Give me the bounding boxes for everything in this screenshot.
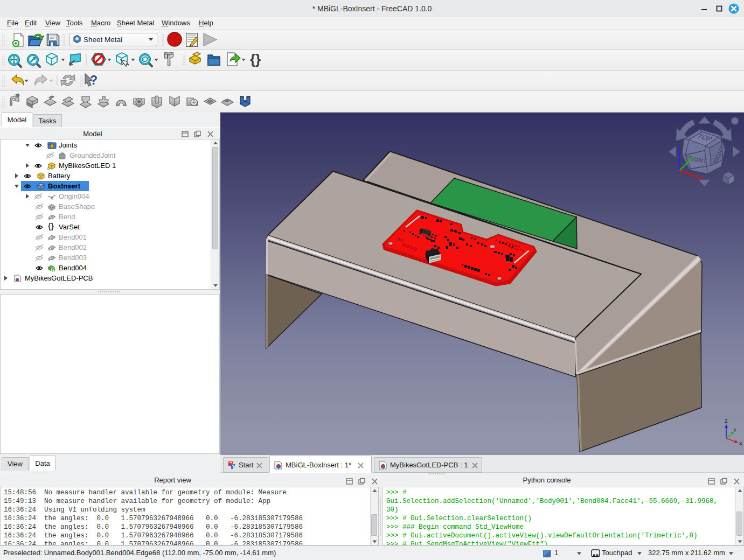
svg-text:Z: Z xyxy=(725,418,728,424)
svg-text:{}: {} xyxy=(250,51,261,67)
svg-text:Y: Y xyxy=(733,428,736,433)
svg-text:X: X xyxy=(739,441,742,446)
svg-text:?: ? xyxy=(90,73,98,87)
svg-text:Sheet Metal: Sheet Metal xyxy=(84,36,122,44)
